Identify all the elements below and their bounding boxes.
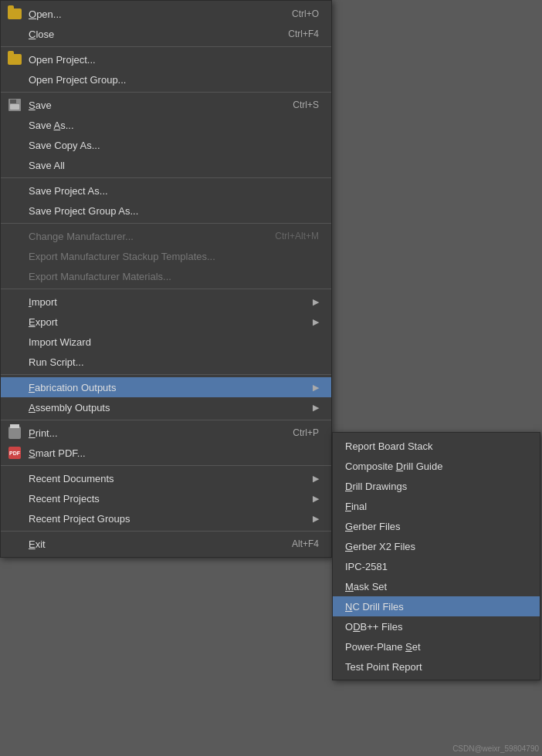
exit-shortcut: Alt+F4 <box>292 538 319 549</box>
recent-projects-label: Recent Projects <box>29 493 100 505</box>
menu-item-open-project[interactable]: Open Project... <box>1 49 331 69</box>
submenu-item-ipc-2581[interactable]: IPC-2581 <box>333 556 540 576</box>
menu-item-recent-projects[interactable]: Recent Projects ▶ <box>1 488 331 508</box>
menu-item-recent-documents[interactable]: Recent Documents ▶ <box>1 468 331 488</box>
recent-documents-label: Recent Documents <box>29 473 114 484</box>
odb-plus-plus-files-label: ODB++ Files <box>345 621 402 633</box>
primary-menu: Open... Ctrl+O Close Ctrl+F4 Open Projec… <box>0 0 332 558</box>
print-icon <box>7 425 22 440</box>
assembly-outputs-arrow-icon: ▶ <box>313 403 319 413</box>
close-label: Close <box>29 29 54 40</box>
ipc-2581-label: IPC-2581 <box>345 561 388 572</box>
export-label: Export <box>29 316 58 328</box>
smart-pdf-label: Smart PDF... <box>29 447 86 459</box>
assembly-outputs-label: Assembly Outputs <box>29 402 110 413</box>
recent-project-groups-arrow-icon: ▶ <box>313 514 319 524</box>
print-label: Print... <box>29 427 58 439</box>
change-manufacturer-label: Change Manufacturer... <box>29 231 134 242</box>
open-project-group-label: Open Project Group... <box>29 74 126 86</box>
separator-6 <box>1 374 331 375</box>
menu-item-save-as[interactable]: Save As... <box>1 115 331 135</box>
menu-item-assembly-outputs[interactable]: Assembly Outputs ▶ <box>1 397 331 417</box>
gerber-files-label: Gerber Files <box>345 521 401 532</box>
menu-item-export[interactable]: Export ▶ <box>1 312 331 332</box>
submenu-item-gerber-files[interactable]: Gerber Files <box>333 516 540 536</box>
menu-item-fabrication-outputs[interactable]: Fabrication Outputs ▶ <box>1 377 331 397</box>
menu-item-save-project-group-as[interactable]: Save Project Group As... <box>1 201 331 221</box>
submenu-item-gerber-x2-files[interactable]: Gerber X2 Files <box>333 536 540 556</box>
separator-4 <box>1 223 331 224</box>
save-label: Save <box>29 100 52 111</box>
menu-item-exit[interactable]: Exit Alt+F4 <box>1 534 331 554</box>
mask-set-label: Mask Set <box>345 581 387 592</box>
export-arrow-icon: ▶ <box>313 317 319 327</box>
folder-project-icon <box>7 52 22 67</box>
menu-item-save-copy-as[interactable]: Save Copy As... <box>1 135 331 155</box>
menu-item-import-wizard[interactable]: Import Wizard <box>1 332 331 352</box>
submenu-item-power-plane-set[interactable]: Power-Plane Set <box>333 636 540 656</box>
separator-3 <box>1 177 331 178</box>
submenu-item-final[interactable]: Final <box>333 496 540 516</box>
menu-item-export-manufacturer-materials: Export Manufacturer Materials... <box>1 266 331 286</box>
final-label: Final <box>345 501 367 512</box>
menu-item-print[interactable]: Print... Ctrl+P <box>1 423 331 443</box>
save-shortcut: Ctrl+S <box>293 100 319 110</box>
watermark: CSDN@weixr_59804790 <box>452 744 539 753</box>
open-project-label: Open Project... <box>29 54 96 66</box>
menu-item-run-script[interactable]: Run Script... <box>1 352 331 372</box>
save-copy-as-label: Save Copy As... <box>29 140 100 151</box>
separator-2 <box>1 92 331 93</box>
submenu-item-drill-drawings[interactable]: Drill Drawings <box>333 476 540 496</box>
submenu-item-composite-drill-guide[interactable]: Composite Drill Guide <box>333 456 540 476</box>
drill-drawings-label: Drill Drawings <box>345 481 407 492</box>
submenu-item-odb-plus-plus-files[interactable]: ODB++ Files <box>333 616 540 636</box>
gerber-x2-files-label: Gerber X2 Files <box>345 541 415 552</box>
menu-item-open[interactable]: Open... Ctrl+O <box>1 4 331 24</box>
fabrication-outputs-label: Fabrication Outputs <box>29 382 116 393</box>
power-plane-set-label: Power-Plane Set <box>345 641 421 653</box>
test-point-report-label: Test Point Report <box>345 661 422 673</box>
open-shortcut: Ctrl+O <box>292 8 319 19</box>
import-wizard-label: Import Wizard <box>29 336 91 348</box>
change-manufacturer-shortcut: Ctrl+Alt+M <box>275 231 319 241</box>
menu-item-open-project-group[interactable]: Open Project Group... <box>1 69 331 89</box>
recent-project-groups-label: Recent Project Groups <box>29 513 130 525</box>
close-shortcut: Ctrl+F4 <box>288 29 319 39</box>
menu-item-import[interactable]: Import ▶ <box>1 292 331 312</box>
composite-drill-guide-label: Composite Drill Guide <box>345 461 442 472</box>
fabrication-outputs-submenu: Report Board Stack Composite Drill Guide… <box>332 432 540 680</box>
save-project-group-as-label: Save Project Group As... <box>29 205 138 217</box>
run-script-label: Run Script... <box>29 356 84 368</box>
save-project-as-label: Save Project As... <box>29 185 108 197</box>
submenu-item-test-point-report[interactable]: Test Point Report <box>333 656 540 677</box>
menu-item-save-all[interactable]: Save All <box>1 155 331 175</box>
menu-item-save-project-as[interactable]: Save Project As... <box>1 181 331 201</box>
submenu-item-report-board-stack[interactable]: Report Board Stack <box>333 436 540 456</box>
recent-documents-arrow-icon: ▶ <box>313 474 319 484</box>
open-label: Open... <box>29 8 62 20</box>
menu-item-export-manufacturer-stackup: Export Manufacturer Stackup Templates... <box>1 246 331 266</box>
separator-1 <box>1 46 331 47</box>
separator-9 <box>1 531 331 532</box>
menu-item-change-manufacturer: Change Manufacturer... Ctrl+Alt+M <box>1 226 331 246</box>
import-arrow-icon: ▶ <box>313 297 319 307</box>
submenu-item-mask-set[interactable]: Mask Set <box>333 576 540 596</box>
menu-item-save[interactable]: Save Ctrl+S <box>1 95 331 115</box>
pdf-icon: PDF <box>7 445 22 461</box>
menu-item-recent-project-groups[interactable]: Recent Project Groups ▶ <box>1 508 331 528</box>
report-board-stack-label: Report Board Stack <box>345 440 432 452</box>
export-manufacturer-materials-label: Export Manufacturer Materials... <box>29 271 171 282</box>
folder-icon <box>7 6 22 22</box>
menu-item-smart-pdf[interactable]: PDF Smart PDF... <box>1 443 331 463</box>
save-floppy-icon <box>7 97 22 113</box>
separator-8 <box>1 465 331 466</box>
save-all-label: Save All <box>29 160 65 171</box>
separator-5 <box>1 289 331 289</box>
import-label: Import <box>29 296 57 308</box>
separator-7 <box>1 420 331 420</box>
menu-item-close[interactable]: Close Ctrl+F4 <box>1 24 331 44</box>
exit-label: Exit <box>29 538 46 550</box>
save-as-label: Save As... <box>29 120 74 131</box>
submenu-item-nc-drill-files[interactable]: NC Drill Files <box>333 596 540 616</box>
fabrication-outputs-arrow-icon: ▶ <box>313 383 319 393</box>
